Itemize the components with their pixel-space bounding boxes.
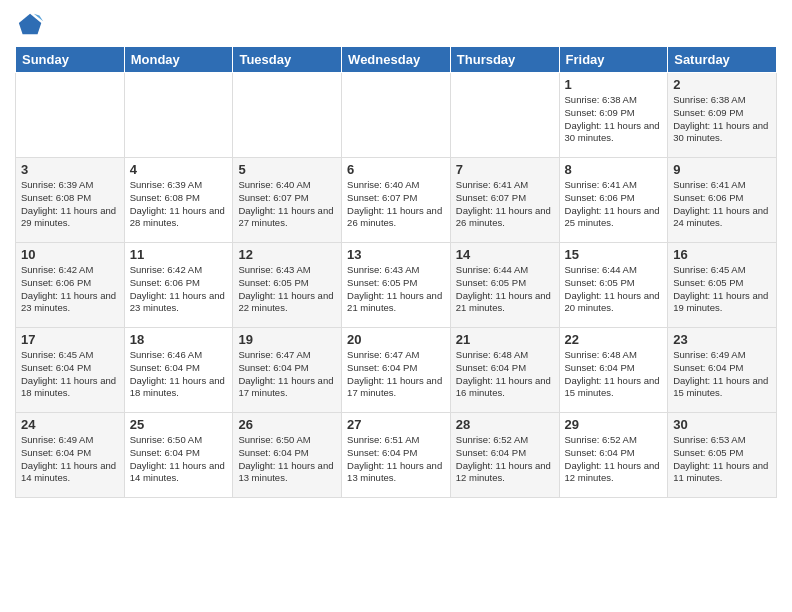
day-number: 29 — [565, 417, 663, 432]
day-info: Sunrise: 6:40 AM Sunset: 6:07 PM Dayligh… — [347, 179, 445, 230]
calendar-cell: 15Sunrise: 6:44 AM Sunset: 6:05 PM Dayli… — [559, 243, 668, 328]
calendar-cell: 23Sunrise: 6:49 AM Sunset: 6:04 PM Dayli… — [668, 328, 777, 413]
day-info: Sunrise: 6:38 AM Sunset: 6:09 PM Dayligh… — [673, 94, 771, 145]
weekday-header-monday: Monday — [124, 47, 233, 73]
day-info: Sunrise: 6:39 AM Sunset: 6:08 PM Dayligh… — [130, 179, 228, 230]
day-info: Sunrise: 6:53 AM Sunset: 6:05 PM Dayligh… — [673, 434, 771, 485]
calendar-cell: 5Sunrise: 6:40 AM Sunset: 6:07 PM Daylig… — [233, 158, 342, 243]
weekday-header-tuesday: Tuesday — [233, 47, 342, 73]
calendar-cell: 2Sunrise: 6:38 AM Sunset: 6:09 PM Daylig… — [668, 73, 777, 158]
day-number: 14 — [456, 247, 554, 262]
calendar-cell: 16Sunrise: 6:45 AM Sunset: 6:05 PM Dayli… — [668, 243, 777, 328]
calendar-cell: 4Sunrise: 6:39 AM Sunset: 6:08 PM Daylig… — [124, 158, 233, 243]
calendar-cell: 11Sunrise: 6:42 AM Sunset: 6:06 PM Dayli… — [124, 243, 233, 328]
day-info: Sunrise: 6:43 AM Sunset: 6:05 PM Dayligh… — [238, 264, 336, 315]
day-info: Sunrise: 6:45 AM Sunset: 6:05 PM Dayligh… — [673, 264, 771, 315]
weekday-header-row: SundayMondayTuesdayWednesdayThursdayFrid… — [16, 47, 777, 73]
weekday-header-friday: Friday — [559, 47, 668, 73]
day-info: Sunrise: 6:42 AM Sunset: 6:06 PM Dayligh… — [21, 264, 119, 315]
day-info: Sunrise: 6:41 AM Sunset: 6:06 PM Dayligh… — [565, 179, 663, 230]
week-row-3: 17Sunrise: 6:45 AM Sunset: 6:04 PM Dayli… — [16, 328, 777, 413]
weekday-header-saturday: Saturday — [668, 47, 777, 73]
day-number: 3 — [21, 162, 119, 177]
calendar-cell: 25Sunrise: 6:50 AM Sunset: 6:04 PM Dayli… — [124, 413, 233, 498]
calendar-cell: 14Sunrise: 6:44 AM Sunset: 6:05 PM Dayli… — [450, 243, 559, 328]
calendar-cell: 1Sunrise: 6:38 AM Sunset: 6:09 PM Daylig… — [559, 73, 668, 158]
day-number: 18 — [130, 332, 228, 347]
day-info: Sunrise: 6:48 AM Sunset: 6:04 PM Dayligh… — [456, 349, 554, 400]
calendar-cell: 29Sunrise: 6:52 AM Sunset: 6:04 PM Dayli… — [559, 413, 668, 498]
day-number: 12 — [238, 247, 336, 262]
day-info: Sunrise: 6:51 AM Sunset: 6:04 PM Dayligh… — [347, 434, 445, 485]
calendar-cell — [342, 73, 451, 158]
day-info: Sunrise: 6:47 AM Sunset: 6:04 PM Dayligh… — [347, 349, 445, 400]
calendar-cell — [16, 73, 125, 158]
page-container: SundayMondayTuesdayWednesdayThursdayFrid… — [0, 0, 792, 508]
calendar-cell: 19Sunrise: 6:47 AM Sunset: 6:04 PM Dayli… — [233, 328, 342, 413]
day-info: Sunrise: 6:47 AM Sunset: 6:04 PM Dayligh… — [238, 349, 336, 400]
day-number: 25 — [130, 417, 228, 432]
calendar-cell: 28Sunrise: 6:52 AM Sunset: 6:04 PM Dayli… — [450, 413, 559, 498]
day-info: Sunrise: 6:40 AM Sunset: 6:07 PM Dayligh… — [238, 179, 336, 230]
day-number: 5 — [238, 162, 336, 177]
calendar-cell: 21Sunrise: 6:48 AM Sunset: 6:04 PM Dayli… — [450, 328, 559, 413]
day-number: 23 — [673, 332, 771, 347]
calendar-cell — [233, 73, 342, 158]
day-number: 6 — [347, 162, 445, 177]
day-number: 21 — [456, 332, 554, 347]
day-number: 28 — [456, 417, 554, 432]
day-info: Sunrise: 6:42 AM Sunset: 6:06 PM Dayligh… — [130, 264, 228, 315]
day-number: 20 — [347, 332, 445, 347]
day-info: Sunrise: 6:50 AM Sunset: 6:04 PM Dayligh… — [130, 434, 228, 485]
day-info: Sunrise: 6:50 AM Sunset: 6:04 PM Dayligh… — [238, 434, 336, 485]
day-number: 10 — [21, 247, 119, 262]
day-info: Sunrise: 6:41 AM Sunset: 6:07 PM Dayligh… — [456, 179, 554, 230]
day-number: 22 — [565, 332, 663, 347]
day-info: Sunrise: 6:41 AM Sunset: 6:06 PM Dayligh… — [673, 179, 771, 230]
weekday-header-thursday: Thursday — [450, 47, 559, 73]
calendar-cell: 22Sunrise: 6:48 AM Sunset: 6:04 PM Dayli… — [559, 328, 668, 413]
day-info: Sunrise: 6:49 AM Sunset: 6:04 PM Dayligh… — [673, 349, 771, 400]
day-number: 16 — [673, 247, 771, 262]
calendar-cell: 7Sunrise: 6:41 AM Sunset: 6:07 PM Daylig… — [450, 158, 559, 243]
calendar-cell: 8Sunrise: 6:41 AM Sunset: 6:06 PM Daylig… — [559, 158, 668, 243]
calendar-cell: 6Sunrise: 6:40 AM Sunset: 6:07 PM Daylig… — [342, 158, 451, 243]
calendar-cell: 3Sunrise: 6:39 AM Sunset: 6:08 PM Daylig… — [16, 158, 125, 243]
day-number: 2 — [673, 77, 771, 92]
calendar-cell: 20Sunrise: 6:47 AM Sunset: 6:04 PM Dayli… — [342, 328, 451, 413]
day-number: 1 — [565, 77, 663, 92]
calendar-cell — [124, 73, 233, 158]
day-info: Sunrise: 6:52 AM Sunset: 6:04 PM Dayligh… — [456, 434, 554, 485]
logo-icon — [17, 10, 45, 38]
day-number: 11 — [130, 247, 228, 262]
weekday-header-wednesday: Wednesday — [342, 47, 451, 73]
calendar-cell: 9Sunrise: 6:41 AM Sunset: 6:06 PM Daylig… — [668, 158, 777, 243]
day-info: Sunrise: 6:52 AM Sunset: 6:04 PM Dayligh… — [565, 434, 663, 485]
day-number: 17 — [21, 332, 119, 347]
calendar-cell — [450, 73, 559, 158]
day-number: 8 — [565, 162, 663, 177]
day-number: 24 — [21, 417, 119, 432]
day-info: Sunrise: 6:48 AM Sunset: 6:04 PM Dayligh… — [565, 349, 663, 400]
week-row-2: 10Sunrise: 6:42 AM Sunset: 6:06 PM Dayli… — [16, 243, 777, 328]
week-row-4: 24Sunrise: 6:49 AM Sunset: 6:04 PM Dayli… — [16, 413, 777, 498]
calendar-cell: 12Sunrise: 6:43 AM Sunset: 6:05 PM Dayli… — [233, 243, 342, 328]
header — [15, 10, 777, 38]
calendar-cell: 26Sunrise: 6:50 AM Sunset: 6:04 PM Dayli… — [233, 413, 342, 498]
day-number: 30 — [673, 417, 771, 432]
day-info: Sunrise: 6:49 AM Sunset: 6:04 PM Dayligh… — [21, 434, 119, 485]
day-number: 9 — [673, 162, 771, 177]
day-number: 7 — [456, 162, 554, 177]
calendar-cell: 30Sunrise: 6:53 AM Sunset: 6:05 PM Dayli… — [668, 413, 777, 498]
calendar-cell: 10Sunrise: 6:42 AM Sunset: 6:06 PM Dayli… — [16, 243, 125, 328]
day-number: 4 — [130, 162, 228, 177]
weekday-header-sunday: Sunday — [16, 47, 125, 73]
calendar-cell: 27Sunrise: 6:51 AM Sunset: 6:04 PM Dayli… — [342, 413, 451, 498]
day-number: 13 — [347, 247, 445, 262]
day-number: 19 — [238, 332, 336, 347]
calendar-table: SundayMondayTuesdayWednesdayThursdayFrid… — [15, 46, 777, 498]
day-number: 15 — [565, 247, 663, 262]
calendar-cell: 18Sunrise: 6:46 AM Sunset: 6:04 PM Dayli… — [124, 328, 233, 413]
calendar-cell: 17Sunrise: 6:45 AM Sunset: 6:04 PM Dayli… — [16, 328, 125, 413]
day-info: Sunrise: 6:44 AM Sunset: 6:05 PM Dayligh… — [565, 264, 663, 315]
